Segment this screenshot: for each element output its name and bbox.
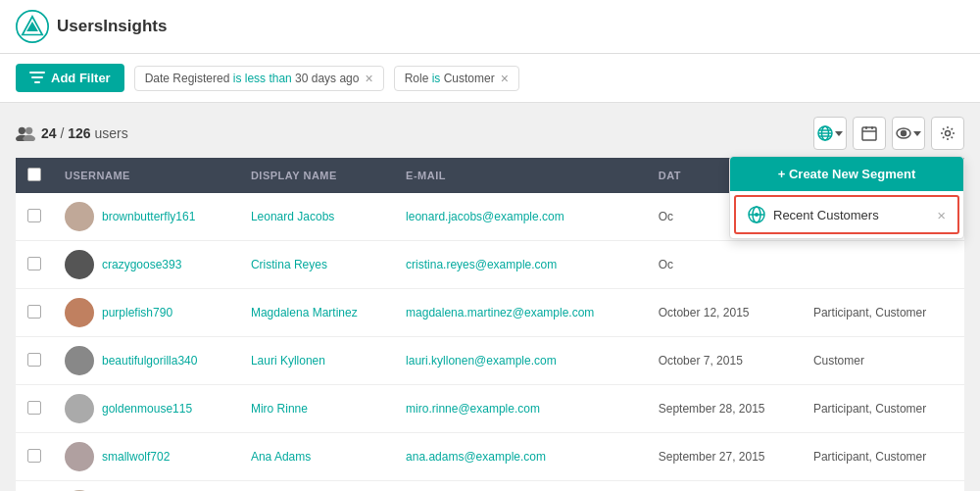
segment-item-close[interactable]: × xyxy=(937,207,946,223)
row-roles: Customer xyxy=(802,337,964,385)
globe-button[interactable] xyxy=(813,117,847,150)
filter-icon xyxy=(29,72,45,84)
row-email: ana.adams@example.com xyxy=(394,433,647,481)
svg-rect-3 xyxy=(29,72,45,74)
row-date: October 7, 2015 xyxy=(647,337,802,385)
avatar xyxy=(65,202,94,231)
avatar xyxy=(65,442,94,471)
avatar xyxy=(65,298,94,327)
row-select-checkbox[interactable] xyxy=(27,305,41,319)
display-name-link[interactable]: Ana Adams xyxy=(251,450,311,464)
app-title: UsersInsights xyxy=(57,17,167,36)
row-roles: Participant, Customer xyxy=(802,385,964,433)
chevron-down-icon2 xyxy=(913,129,921,137)
row-username: beautifulgorilla340 xyxy=(53,337,239,385)
col-display-name: DISPLAY NAME xyxy=(239,158,394,193)
email-link[interactable]: magdalena.martinez@example.com xyxy=(406,306,594,319)
filter-bar: Add Filter Date Registered is less than … xyxy=(0,54,980,103)
row-roles: Participant, Customer xyxy=(802,433,964,481)
row-checkbox xyxy=(16,193,53,241)
row-select-checkbox[interactable] xyxy=(27,209,41,222)
row-roles xyxy=(802,241,964,289)
logo-area: UsersInsights xyxy=(16,10,167,43)
toolbar-icons: + Create New Segment Recent Customers × xyxy=(813,117,964,150)
email-link[interactable]: lauri.kyllonen@example.com xyxy=(406,354,557,368)
row-username: brownbutterfly161 xyxy=(53,193,239,241)
row-select-checkbox[interactable] xyxy=(27,449,41,463)
row-username: goldenmouse115 xyxy=(53,385,239,433)
row-date: October 12, 2015 xyxy=(647,289,802,337)
display-name-link[interactable]: Miro Rinne xyxy=(251,402,308,416)
row-display-name: Ana Adams xyxy=(239,433,394,481)
row-username: lazybear543 xyxy=(53,481,239,492)
calendar-button[interactable] xyxy=(853,117,886,150)
svg-point-23 xyxy=(946,131,951,136)
col-username: USERNAME xyxy=(53,158,239,193)
settings-button[interactable] xyxy=(931,117,964,150)
table-row: smallwolf702 Ana Adams ana.adams@example… xyxy=(16,433,964,481)
row-email: miro.rinne@example.com xyxy=(394,385,647,433)
row-email: magdalena.martinez@example.com xyxy=(394,289,647,337)
row-checkbox xyxy=(16,385,53,433)
row-checkbox xyxy=(16,289,53,337)
row-checkbox xyxy=(16,433,53,481)
email-link[interactable]: ana.adams@example.com xyxy=(406,450,546,464)
filter-close-date[interactable]: × xyxy=(365,72,372,85)
create-segment-button[interactable]: + Create New Segment xyxy=(730,157,963,191)
select-all-checkbox[interactable] xyxy=(27,168,41,181)
row-username: smallwolf702 xyxy=(53,433,239,481)
svg-marker-22 xyxy=(913,131,921,136)
display-name-link[interactable]: Leonard Jacobs xyxy=(251,210,334,223)
row-display-name: Leonard Jacobs xyxy=(239,193,394,241)
username-link[interactable]: purplefish790 xyxy=(102,306,172,319)
users-icon xyxy=(16,125,35,141)
filter-tag-date: Date Registered is less than 30 days ago… xyxy=(134,66,384,91)
view-button[interactable] xyxy=(892,117,925,150)
username-link[interactable]: beautifulgorilla340 xyxy=(102,354,197,368)
username-link[interactable]: brownbutterfly161 xyxy=(102,210,195,223)
row-email: leonard.jacobs@example.com xyxy=(394,193,647,241)
segment-item-label: Recent Customers xyxy=(773,208,879,222)
username-link[interactable]: smallwolf702 xyxy=(102,450,170,464)
row-select-checkbox[interactable] xyxy=(27,401,41,415)
svg-point-6 xyxy=(19,127,25,134)
email-link[interactable]: miro.rinne@example.com xyxy=(406,402,540,416)
segment-dropdown: + Create New Segment Recent Customers × xyxy=(729,156,964,239)
table-row: crazygoose393 Cristina Reyes cristina.re… xyxy=(16,241,964,289)
user-count: 24 / 126 users xyxy=(16,125,128,141)
row-display-name: Cristina Reyes xyxy=(239,241,394,289)
row-select-checkbox[interactable] xyxy=(27,257,41,270)
top-bar: UsersInsights xyxy=(0,0,980,54)
email-link[interactable]: leonard.jacobs@example.com xyxy=(406,210,564,223)
row-email: lauri.kyllonen@example.com xyxy=(394,337,647,385)
table-row: beautifulgorilla340 Lauri Kyllonen lauri… xyxy=(16,337,964,385)
username-link[interactable]: goldenmouse115 xyxy=(102,402,192,416)
filter-tag-role: Role is Customer × xyxy=(394,66,519,91)
display-name-link[interactable]: Cristina Reyes xyxy=(251,258,327,271)
username-link[interactable]: crazygoose393 xyxy=(102,258,181,271)
checkbox-header xyxy=(16,158,53,193)
add-filter-button[interactable]: Add Filter xyxy=(16,64,124,92)
filter-close-role[interactable]: × xyxy=(501,72,509,85)
col-email: E-MAIL xyxy=(394,158,647,193)
recent-customers-item[interactable]: Recent Customers × xyxy=(734,195,959,234)
svg-point-7 xyxy=(25,127,32,134)
row-display-name: Kaylee Garcia xyxy=(239,481,394,492)
row-date: September 28, 2015 xyxy=(647,385,802,433)
email-link[interactable]: cristina.reyes@example.com xyxy=(406,258,557,271)
display-name-link[interactable]: Lauri Kyllonen xyxy=(251,354,325,368)
content-area: 24 / 126 users xyxy=(0,103,980,491)
display-name-link[interactable]: Magdalena Martinez xyxy=(251,306,358,319)
row-date: Oc xyxy=(647,241,802,289)
stats-toolbar: 24 / 126 users xyxy=(16,117,964,150)
row-email: kaylee.garcia@example.com xyxy=(394,481,647,492)
svg-rect-4 xyxy=(31,76,43,78)
row-checkbox xyxy=(16,481,53,492)
avatar xyxy=(65,250,94,279)
svg-rect-16 xyxy=(862,127,876,140)
row-date: October 3, 2015 xyxy=(647,481,802,492)
svg-point-21 xyxy=(902,131,906,136)
svg-rect-5 xyxy=(34,81,40,83)
svg-marker-15 xyxy=(835,131,843,136)
row-select-checkbox[interactable] xyxy=(27,353,41,367)
